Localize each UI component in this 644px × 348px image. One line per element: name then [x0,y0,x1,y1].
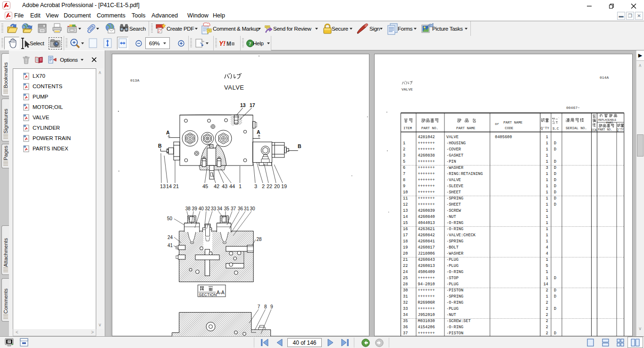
svg-text:014A: 014A [600,75,609,80]
svg-text:·PLUG: ·PLUG [446,257,459,262]
svg-text:D: D [554,331,556,336]
svg-text:D: D [554,178,556,182]
svg-text:2: 2 [546,319,548,323]
svg-text:30: 30 [403,288,408,293]
svg-text:A-A: A-A [217,290,225,295]
svg-text:1: 1 [546,233,548,238]
svg-text:CODE: CODE [505,126,514,130]
svg-text:24: 24 [167,235,173,240]
svg-text:13: 13 [160,183,166,189]
svg-text:20: 20 [274,183,280,189]
svg-text:4044013: 4044013 [418,221,435,225]
svg-text:37: 37 [403,331,408,336]
svg-text:1: 1 [546,208,548,213]
svg-text:J218006: J218006 [418,251,435,256]
svg-text:4260841: 4260841 [418,239,435,244]
svg-text:·BOLT: ·BOLT [446,245,459,250]
svg-text:1: 1 [546,153,548,158]
svg-text:2: 2 [546,307,548,311]
svg-text:PART NAME: PART NAME [456,126,476,130]
svg-text:·SHEET: ·SHEET [446,190,461,195]
svg-text:7: 7 [403,172,405,176]
svg-text:M031030: M031030 [418,319,435,323]
svg-text:2: 2 [546,300,548,305]
svg-text:12: 12 [403,202,408,207]
svg-text:2: 2 [546,313,548,317]
svg-text:7: 7 [258,304,260,309]
svg-text:31: 31 [403,294,408,299]
svg-text:13: 13 [403,208,408,213]
svg-text:+++++++: +++++++ [418,294,435,299]
svg-text:31: 31 [244,206,250,211]
svg-text:013A: 013A [130,78,139,83]
svg-text:+++++++: +++++++ [418,159,435,164]
svg-text:D: D [554,202,556,207]
svg-text:1: 1 [546,202,548,207]
svg-text:?: ? [249,41,251,46]
svg-text:1: 1 [546,215,548,219]
svg-text:·SPRING: ·SPRING [446,239,463,244]
svg-text:B: B [158,143,162,149]
svg-text:+++++++: +++++++ [418,141,435,146]
svg-text:4260839: 4260839 [418,208,435,213]
svg-text:D: D [554,166,556,170]
svg-text:14: 14 [166,183,172,189]
svg-text:1: 1 [546,221,548,225]
svg-text:ITEM: ITEM [403,126,412,130]
svg-text:4263621: 4263621 [418,227,435,232]
svg-text:1: 1 [546,190,548,195]
svg-text:8: 8 [403,178,405,182]
svg-text:36: 36 [238,206,243,211]
svg-text:34: 34 [403,313,408,317]
svg-text:D: D [554,288,556,293]
svg-text:S.C: S.C [552,127,559,131]
svg-text:·WASHER: ·WASHER [446,251,463,256]
svg-text:17: 17 [403,233,408,238]
svg-text:2: 2 [546,288,548,293]
svg-text:19: 19 [403,245,408,250]
svg-text:0405600: 0405600 [495,135,512,140]
svg-text:A: A [166,130,170,135]
svg-text:4260813: 4260813 [418,264,435,268]
svg-text:+++++++: +++++++ [418,202,435,207]
svg-text:·PISTON: ·PISTON [446,288,463,293]
svg-text:35: 35 [224,206,230,211]
svg-text:1: 1 [403,141,405,146]
svg-text:18: 18 [403,239,408,244]
svg-text:4: 4 [546,251,548,256]
svg-text:1: 1 [546,147,548,152]
svg-text:15: 15 [403,221,408,225]
svg-text:20: 20 [403,251,408,256]
svg-text:+++++++: +++++++ [418,288,435,293]
svg-text:+++++++: +++++++ [418,166,435,170]
svg-text:D: D [554,147,556,152]
svg-text:1: 1 [546,257,548,262]
svg-text:PART NO.: PART NO. [421,126,438,130]
svg-text:5: 5 [403,159,405,164]
svg-text:1: 1 [546,227,548,232]
svg-text:13: 13 [240,102,246,108]
svg-text:43: 43 [222,183,227,189]
svg-text:4260840: 4260840 [418,215,435,219]
svg-text:·SPRING: ·SPRING [446,196,463,201]
svg-text:1: 1 [546,135,548,140]
svg-text:·SHEET: ·SHEET [446,202,461,207]
svg-text:·VALVE:CHECK: ·VALVE:CHECK [446,233,476,238]
svg-text:41: 41 [167,243,173,248]
svg-text:·SPRING: ·SPRING [446,294,463,299]
svg-text:·O-RING: ·O-RING [446,227,463,232]
svg-text:·SLEEVE: ·SLEEVE [446,184,463,189]
svg-text:4260817: 4260817 [418,245,435,250]
svg-text:4506409: 4506409 [418,270,435,274]
svg-text:D: D [554,307,556,311]
svg-text:·HOUSING: ·HOUSING [446,141,466,146]
svg-text:R26906R: R26906R [418,300,435,305]
svg-text:1: 1 [546,276,548,281]
svg-text:B: B [298,143,301,149]
svg-text:D: D [554,294,556,299]
svg-text:PART NO.: PART NO. [598,128,612,132]
svg-text:00467~: 00467~ [566,106,580,110]
svg-text:37: 37 [231,206,236,211]
svg-text:33: 33 [403,307,408,311]
svg-text:VALVE: VALVE [446,135,459,140]
